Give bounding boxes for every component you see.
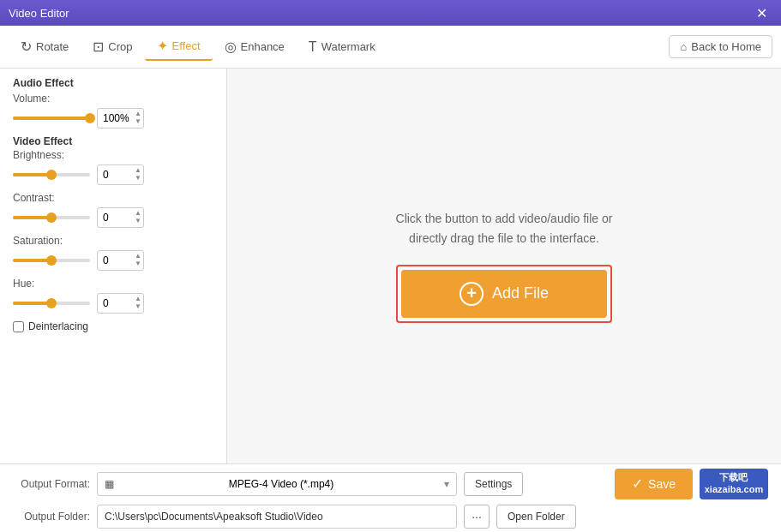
back-to-home-label: Back to Home: [691, 40, 761, 53]
saturation-spin-arrows[interactable]: ▲ ▼: [135, 253, 141, 268]
close-button[interactable]: ✕: [751, 3, 772, 23]
settings-button[interactable]: Settings: [464, 472, 523, 496]
output-folder-label: Output Folder:: [13, 511, 90, 523]
crop-tab[interactable]: ⊡ Crop: [81, 33, 144, 60]
drop-instruction: Click the button to add video/audio file…: [396, 209, 613, 248]
effect-icon: ✦: [157, 38, 168, 54]
saturation-input[interactable]: 0 ▲ ▼: [97, 250, 144, 271]
bottom-bar: Output Format: ▦ MPEG-4 Video (*.mp4) ▾ …: [0, 463, 781, 532]
download-badge: 下载吧xiazaiba.com: [700, 469, 768, 499]
saturation-label: Saturation:: [13, 235, 213, 247]
audio-effect-section: Audio Effect Volume: 100% ▲ ▼: [13, 77, 213, 129]
saturation-control: 0 ▲ ▼: [13, 250, 213, 271]
deinterlacing-label: Deinterlacing: [28, 320, 88, 332]
enhance-label: Enhance: [241, 40, 285, 53]
video-effect-section: Video Effect Brightness: 0 ▲ ▼ Contrast:: [13, 135, 213, 332]
main-area: Audio Effect Volume: 100% ▲ ▼ Video Effe…: [0, 69, 781, 463]
output-format-label: Output Format:: [13, 478, 90, 490]
watermark-icon: T: [309, 39, 317, 55]
brightness-slider[interactable]: [13, 173, 90, 176]
content-area: Click the button to add video/audio file…: [227, 69, 781, 463]
effect-tab[interactable]: ✦ Effect: [145, 33, 213, 61]
contrast-control: 0 ▲ ▼: [13, 207, 213, 228]
hue-down-arrow[interactable]: ▼: [135, 303, 141, 311]
contrast-spin-arrows[interactable]: ▲ ▼: [135, 210, 141, 225]
rotate-tab[interactable]: ↻ Rotate: [9, 33, 81, 60]
save-check-icon: ✓: [632, 475, 643, 492]
contrast-slider[interactable]: [13, 216, 90, 219]
titlebar-title: Video Editor: [9, 7, 69, 20]
crop-icon: ⊡: [93, 39, 104, 55]
saturation-slider[interactable]: [13, 259, 90, 262]
download-badge-text: 下载吧xiazaiba.com: [705, 472, 763, 494]
hue-input[interactable]: 0 ▲ ▼: [97, 293, 144, 314]
brightness-control: 0 ▲ ▼: [13, 164, 213, 185]
toolbar: ↻ Rotate ⊡ Crop ✦ Effect ◎ Enhance T Wat…: [0, 26, 781, 69]
volume-control: 100% ▲ ▼: [13, 108, 213, 129]
saturation-down-arrow[interactable]: ▼: [135, 260, 141, 268]
contrast-value: 0: [103, 212, 109, 224]
contrast-down-arrow[interactable]: ▼: [135, 218, 141, 225]
drop-instruction-line2: directly drag the file to the interface.: [396, 229, 613, 248]
deinterlacing-row: Deinterlacing: [13, 320, 213, 332]
hue-value: 0: [103, 297, 109, 309]
rotate-label: Rotate: [36, 40, 69, 53]
saturation-value: 0: [103, 254, 109, 266]
back-to-home-button[interactable]: ⌂ Back to Home: [669, 35, 772, 58]
contrast-label: Contrast:: [13, 192, 213, 204]
home-icon: ⌂: [680, 40, 687, 53]
volume-label: Volume:: [13, 93, 213, 105]
enhance-icon: ◎: [225, 39, 237, 55]
chevron-down-icon: ▾: [444, 478, 449, 490]
volume-input[interactable]: 100% ▲ ▼: [97, 108, 144, 129]
volume-down-arrow[interactable]: ▼: [135, 118, 141, 126]
add-file-label: Add File: [492, 284, 549, 302]
format-value: MPEG-4 Video (*.mp4): [229, 478, 334, 490]
open-folder-button[interactable]: Open Folder: [496, 505, 576, 529]
save-button[interactable]: ✓ Save: [615, 469, 693, 499]
output-folder-path: C:\Users\pc\Documents\Apeaksoft Studio\V…: [97, 505, 457, 529]
rotate-icon: ↻: [21, 39, 32, 55]
folder-path-value: C:\Users\pc\Documents\Apeaksoft Studio\V…: [105, 511, 323, 523]
hue-label: Hue:: [13, 278, 213, 290]
add-file-button[interactable]: + Add File: [401, 270, 607, 318]
watermark-tab[interactable]: T Watermark: [297, 34, 387, 60]
brightness-input[interactable]: 0 ▲ ▼: [97, 164, 144, 185]
brightness-down-arrow[interactable]: ▼: [135, 175, 141, 182]
hue-control: 0 ▲ ▼: [13, 293, 213, 314]
hue-slider[interactable]: [13, 302, 90, 305]
volume-slider[interactable]: [13, 117, 90, 120]
hue-spin-arrows[interactable]: ▲ ▼: [135, 296, 141, 311]
watermark-label: Watermark: [321, 40, 375, 53]
drop-instruction-line1: Click the button to add video/audio file…: [396, 209, 613, 228]
add-file-container: + Add File: [396, 265, 612, 323]
save-label: Save: [648, 477, 676, 491]
deinterlacing-checkbox[interactable]: [13, 321, 24, 332]
brightness-value: 0: [103, 169, 109, 181]
brightness-spin-arrows[interactable]: ▲ ▼: [135, 167, 141, 182]
titlebar: Video Editor ✕: [0, 0, 781, 26]
brightness-label: Brightness:: [13, 149, 213, 161]
output-format-select[interactable]: ▦ MPEG-4 Video (*.mp4) ▾: [97, 472, 457, 496]
video-effect-label: Video Effect: [13, 135, 213, 147]
crop-label: Crop: [108, 40, 132, 53]
enhance-tab[interactable]: ◎ Enhance: [213, 33, 297, 60]
effect-label: Effect: [172, 39, 201, 52]
output-format-row: Output Format: ▦ MPEG-4 Video (*.mp4) ▾ …: [13, 469, 768, 499]
contrast-input[interactable]: 0 ▲ ▼: [97, 207, 144, 228]
add-file-plus-icon: +: [460, 282, 484, 306]
volume-spin-arrows[interactable]: ▲ ▼: [135, 111, 141, 126]
audio-effect-label: Audio Effect: [13, 77, 213, 89]
browse-folder-button[interactable]: ···: [464, 505, 490, 529]
output-folder-row: Output Folder: C:\Users\pc\Documents\Ape…: [13, 505, 768, 529]
left-panel: Audio Effect Volume: 100% ▲ ▼ Video Effe…: [0, 69, 227, 463]
volume-value: 100%: [103, 112, 129, 124]
format-icon: ▦: [105, 478, 114, 490]
